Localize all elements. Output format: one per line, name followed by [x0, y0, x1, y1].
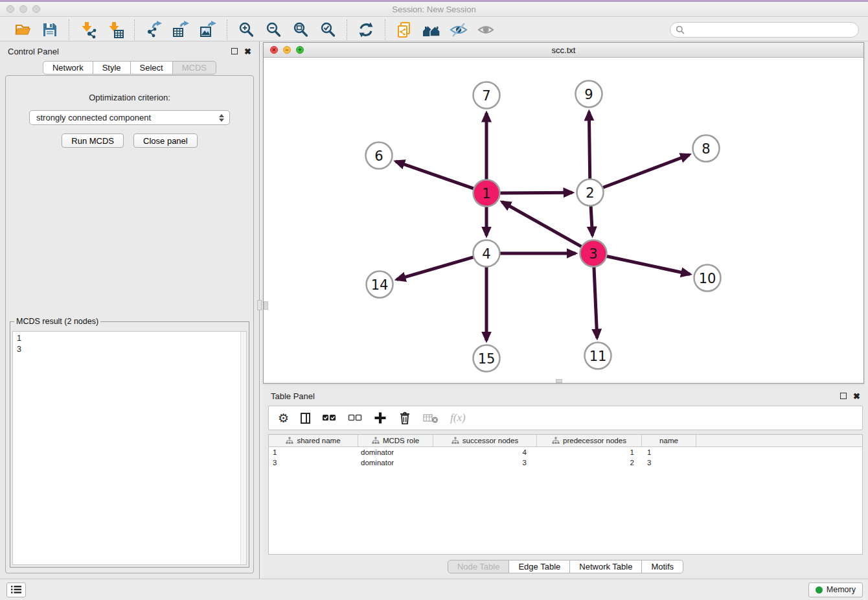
sort-hierarchy-icon — [286, 437, 293, 444]
column-label: successor nodes — [463, 437, 518, 444]
edge-1-6[interactable] — [396, 161, 476, 189]
tab-edge-table[interactable]: Edge Table — [509, 560, 570, 573]
column-header-shared-name[interactable]: shared name — [269, 435, 358, 446]
open-session-icon[interactable] — [12, 20, 34, 40]
sort-hierarchy-icon — [372, 437, 380, 444]
tab-style[interactable]: Style — [93, 61, 131, 75]
close-panel-icon[interactable]: ✖ — [244, 47, 251, 56]
float-table-panel-icon[interactable] — [840, 393, 847, 399]
node-label-8: 8 — [702, 141, 710, 157]
cyndex-browser-icon[interactable] — [420, 20, 442, 40]
table-panel-header: Table Panel ✖ — [263, 386, 868, 406]
function-builder-icon: f(x) — [450, 411, 466, 424]
mcds-result-text: 1 3 — [13, 332, 246, 356]
tab-network-table[interactable]: Network Table — [570, 560, 642, 573]
memory-button[interactable]: Memory — [808, 583, 863, 597]
mcds-panel: Optimization criterion: strongly connect… — [5, 75, 254, 573]
cell-mcds-role[interactable]: dominator — [358, 459, 433, 467]
search-input[interactable] — [688, 25, 858, 34]
node-label-7: 7 — [482, 88, 490, 104]
result-scrollbar[interactable] — [240, 332, 246, 564]
zoom-out-icon[interactable] — [262, 20, 284, 40]
table-panel: Table Panel ✖ ⚙ — [263, 386, 868, 579]
search-box[interactable] — [670, 22, 859, 38]
cell-predecessor-nodes[interactable]: 2 — [537, 459, 642, 467]
node-label-1: 1 — [482, 186, 490, 202]
table-row[interactable]: 1dominator411 — [269, 447, 862, 457]
toolbar-separator — [227, 19, 227, 40]
network-window-titlebar[interactable]: × − + scc.txt — [264, 43, 863, 58]
sort-hierarchy-icon — [451, 437, 459, 444]
tab-mcds[interactable]: MCDS — [173, 61, 216, 75]
show-column-icon[interactable] — [301, 413, 310, 424]
export-table-icon[interactable] — [170, 20, 192, 40]
edge-2-3[interactable] — [591, 203, 593, 235]
mcds-result-box[interactable]: 1 3 — [12, 331, 247, 565]
cell-shared-name[interactable]: 1 — [269, 448, 358, 456]
delete-table-icon — [423, 412, 439, 424]
table-options-gear-icon[interactable]: ⚙ — [278, 412, 289, 424]
edge-2-8[interactable] — [600, 155, 689, 189]
control-panel-header: Control Panel ✖ — [0, 41, 259, 61]
list-icon — [10, 585, 22, 594]
export-image-icon[interactable] — [197, 20, 219, 40]
deselect-all-columns-icon[interactable] — [348, 412, 362, 424]
zoom-fit-icon[interactable] — [290, 20, 312, 40]
tab-node-table[interactable]: Node Table — [448, 560, 510, 573]
select-all-columns-icon[interactable] — [322, 412, 336, 424]
cell-successor-nodes[interactable]: 3 — [433, 459, 537, 467]
splitter-handle[interactable] — [257, 300, 262, 310]
vertical-scroll-handle[interactable] — [264, 301, 268, 310]
zoom-selected-icon[interactable] — [317, 20, 339, 40]
edge-3-1[interactable] — [502, 202, 584, 248]
cell-shared-name[interactable]: 3 — [269, 459, 358, 467]
show-panels-button[interactable] — [6, 583, 26, 597]
toolbar-separator — [385, 19, 385, 40]
horizontal-scroll-handle[interactable] — [556, 379, 562, 383]
export-network-icon[interactable] — [143, 20, 165, 40]
network-view-title: scc.txt — [264, 45, 863, 55]
edge-3-11[interactable] — [594, 264, 597, 338]
edge-4-14[interactable] — [396, 257, 475, 279]
column-header-name[interactable]: name — [642, 435, 696, 446]
cell-mcds-role[interactable]: dominator — [358, 448, 433, 456]
show-graphics-details-icon[interactable] — [475, 20, 497, 40]
column-header-mcds-role[interactable]: MCDS role — [358, 435, 433, 446]
hide-graphics-details-icon[interactable] — [448, 20, 470, 40]
node-table-header: shared nameMCDS rolesuccessor nodesprede… — [269, 435, 862, 447]
column-header-predecessor-nodes[interactable]: predecessor nodes — [537, 435, 642, 446]
column-header-successor-nodes[interactable]: successor nodes — [433, 435, 537, 446]
import-network-icon[interactable] — [77, 20, 99, 40]
save-session-icon[interactable] — [39, 20, 61, 40]
node-table[interactable]: shared nameMCDS rolesuccessor nodesprede… — [268, 434, 863, 555]
tab-network[interactable]: Network — [43, 61, 93, 75]
edge-3-10[interactable] — [604, 256, 690, 275]
cell-name[interactable]: 1 — [642, 448, 696, 456]
cell-predecessor-nodes[interactable]: 1 — [537, 448, 642, 456]
cell-name[interactable]: 3 — [642, 459, 696, 467]
optimization-criterion-select[interactable]: strongly connected component — [29, 110, 230, 125]
run-mcds-button[interactable]: Run MCDS — [62, 133, 124, 148]
float-panel-icon[interactable] — [231, 48, 238, 54]
create-column-icon[interactable] — [374, 411, 387, 424]
edge-1-2[interactable] — [497, 192, 572, 193]
close-panel-button[interactable]: Close panel — [133, 133, 198, 148]
edge-2-9[interactable] — [589, 111, 589, 181]
close-table-panel-icon[interactable]: ✖ — [853, 392, 860, 400]
node-label-14: 14 — [371, 277, 389, 293]
network-graph[interactable]: 7968124314101511 — [264, 58, 863, 383]
tab-motifs[interactable]: Motifs — [642, 560, 683, 573]
import-table-icon[interactable] — [104, 20, 126, 40]
delete-columns-icon[interactable] — [398, 411, 411, 425]
network-canvas[interactable]: 7968124314101511 — [264, 58, 863, 383]
search-icon — [676, 25, 685, 34]
node-label-6: 6 — [374, 148, 383, 164]
table-row[interactable]: 3dominator323 — [269, 457, 862, 468]
refresh-view-icon[interactable] — [355, 20, 377, 40]
cell-successor-nodes[interactable]: 4 — [433, 448, 537, 456]
tab-select[interactable]: Select — [131, 61, 173, 75]
import-from-ndex-icon[interactable] — [393, 20, 415, 40]
status-bar: Memory — [0, 579, 868, 600]
window-titlebar: Session: New Session — [0, 0, 868, 17]
zoom-in-icon[interactable] — [235, 20, 257, 40]
